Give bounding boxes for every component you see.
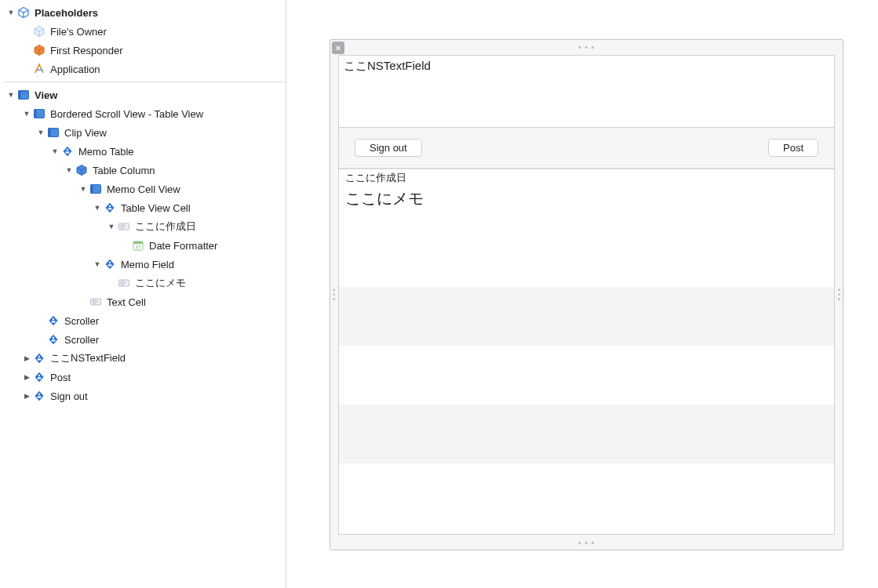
files-owner-label: File's Owner <box>50 26 107 38</box>
created-label-text: ここに作成日 <box>135 220 196 234</box>
disclosure-open-icon[interactable]: ▼ <box>36 128 46 137</box>
outline-item-scroller-2[interactable]: ▶ Scroller <box>0 330 286 349</box>
scroller2-label: Scroller <box>64 334 99 346</box>
svg-rect-58 <box>38 396 42 397</box>
sign-out-item-label: Sign out <box>50 390 88 402</box>
outline-item-sign-out[interactable]: ▶ Sign out <box>0 387 286 405</box>
bordered-scroll-view-label: Bordered Scroll View - Table View <box>50 108 203 120</box>
outline-item-application[interactable]: ▶ Application <box>0 60 286 78</box>
disclosure-open-icon[interactable]: ▼ <box>6 90 16 100</box>
table-row[interactable] <box>339 405 834 463</box>
table-row[interactable]: ここに作成日 ここにメモ <box>339 169 834 228</box>
memo-table-label: Memo Table <box>78 146 134 158</box>
autolayout-icon <box>47 314 60 327</box>
svg-point-34 <box>109 262 111 263</box>
resize-grip-top-icon[interactable]: • • • <box>330 43 843 52</box>
divider <box>3 82 286 82</box>
outline-item-clip-view[interactable]: ▼ Clip View <box>0 123 286 142</box>
calendar-icon: 17 <box>132 239 144 252</box>
outline-item-placeholders[interactable]: ▼ Placeholders <box>0 3 286 22</box>
memo-cell-view-label: Memo Cell View <box>107 183 180 195</box>
outline-item-memo-cell-text[interactable]: ▶ ここにメモ <box>0 274 286 292</box>
svg-rect-22 <box>91 185 93 194</box>
svg-rect-18 <box>66 151 70 153</box>
outline-item-text-cell[interactable]: ▶ Text Cell <box>0 292 286 311</box>
post-button[interactable]: Post <box>768 139 818 157</box>
disclosure-open-icon[interactable]: ▼ <box>22 109 31 118</box>
disclosure-open-icon[interactable]: ▼ <box>64 165 74 175</box>
disclosure-open-icon[interactable]: ▼ <box>93 203 102 212</box>
table-row[interactable] <box>339 346 834 405</box>
cube-orange-icon <box>33 44 46 56</box>
nstextfield-label: ここNSTextField <box>50 351 126 365</box>
outline-item-memo-cell-view[interactable]: ▼ Memo Cell View <box>0 180 286 198</box>
outline-item-table-column[interactable]: ▼ Table Column <box>0 161 286 180</box>
resize-grip-bottom-icon[interactable]: • • • <box>330 539 843 547</box>
root-view[interactable]: ここNSTextField Sign out Post ここに作成日 ここにメモ <box>338 55 835 535</box>
autolayout-icon <box>33 390 46 402</box>
disclosure-closed-icon[interactable]: ▶ <box>22 354 31 363</box>
textfield-icon <box>118 220 130 233</box>
svg-marker-47 <box>49 335 58 344</box>
outline-item-nstextfield[interactable]: ▶ ここNSTextField <box>0 349 286 368</box>
view-icon <box>17 89 30 101</box>
outline-item-created-label[interactable]: ▼ ここに作成日 <box>0 217 286 236</box>
svg-marker-44 <box>49 316 58 325</box>
svg-rect-55 <box>38 377 42 379</box>
outline-item-files-owner[interactable]: ▶ File's Owner <box>0 22 286 41</box>
svg-point-24 <box>109 205 111 207</box>
placeholders-label: Placeholders <box>35 7 98 19</box>
svg-rect-15 <box>49 129 51 137</box>
sign-out-button[interactable]: Sign out <box>355 139 422 157</box>
autolayout-icon <box>104 258 116 270</box>
svg-rect-25 <box>108 208 112 209</box>
resize-grip-left-icon[interactable]: ••• <box>333 288 335 302</box>
table-row[interactable] <box>339 228 834 287</box>
svg-rect-35 <box>108 264 112 266</box>
outline-item-table-view-cell[interactable]: ▼ Table View Cell <box>0 198 286 217</box>
svg-rect-52 <box>38 358 42 360</box>
autolayout-icon <box>47 333 60 346</box>
memo-table-view[interactable]: ここに作成日 ここにメモ <box>339 169 834 534</box>
svg-marker-53 <box>35 372 44 382</box>
view-icon <box>89 183 102 195</box>
disclosure-closed-icon[interactable]: ▶ <box>22 372 31 382</box>
disclosure-open-icon[interactable]: ▼ <box>93 260 102 269</box>
outline-item-post[interactable]: ▶ Post <box>0 368 286 387</box>
disclosure-open-icon[interactable]: ▼ <box>50 147 60 156</box>
outline-item-memo-table[interactable]: ▼ Memo Table <box>0 142 286 161</box>
disclosure-open-icon[interactable]: ▼ <box>107 222 116 231</box>
autolayout-icon <box>61 145 74 158</box>
disclosure-closed-icon[interactable]: ▶ <box>22 391 31 401</box>
first-responder-label: First Responder <box>50 45 122 56</box>
outline-item-scroller-1[interactable]: ▶ Scroller <box>0 311 286 330</box>
svg-marker-23 <box>106 203 115 212</box>
svg-point-17 <box>67 149 68 151</box>
nstextfield-value: ここNSTextField <box>344 59 431 72</box>
text-cell-label: Text Cell <box>107 296 146 308</box>
table-row[interactable] <box>339 287 834 346</box>
svg-marker-16 <box>64 147 72 156</box>
cube-light-icon <box>33 25 46 38</box>
nib-view-frame[interactable]: × • • • • • • ••• ••• ここNSTextField Sign… <box>330 39 843 550</box>
view-icon <box>33 107 46 120</box>
disclosure-open-icon[interactable]: ▼ <box>6 8 16 17</box>
table-row[interactable] <box>339 463 834 522</box>
outline-item-memo-field[interactable]: ▼ Memo Field <box>0 255 286 274</box>
outline-item-bordered-scroll-view[interactable]: ▼ Bordered Scroll View - Table View <box>0 104 286 123</box>
outline-item-view[interactable]: ▼ View <box>0 85 286 104</box>
disclosure-open-icon[interactable]: ▼ <box>78 184 88 194</box>
nstextfield-input[interactable]: ここNSTextField <box>339 56 834 128</box>
svg-rect-31 <box>133 241 143 244</box>
memo-field-label: Memo Field <box>121 259 174 270</box>
outline-item-date-formatter[interactable]: ▶ 17 Date Formatter <box>0 236 286 255</box>
application-label: Application <box>50 64 100 75</box>
memo-date-label: ここに作成日 <box>345 171 828 185</box>
memo-text-label: ここにメモ <box>345 188 828 209</box>
date-formatter-label: Date Formatter <box>149 240 217 252</box>
resize-grip-right-icon[interactable]: ••• <box>838 288 840 302</box>
autolayout-icon <box>104 201 116 214</box>
outline-item-first-responder[interactable]: ▶ First Responder <box>0 41 286 60</box>
svg-marker-50 <box>35 354 44 363</box>
svg-point-7 <box>36 69 38 71</box>
